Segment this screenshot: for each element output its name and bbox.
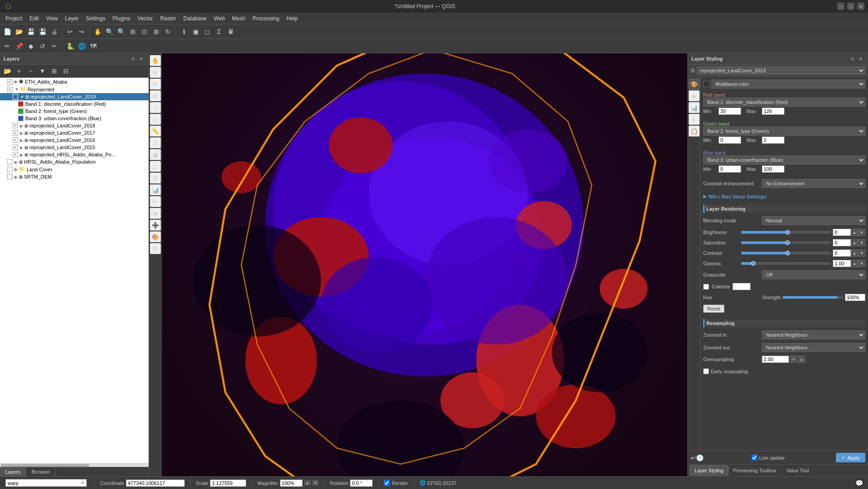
layer-item-lc2017[interactable]: ▶ ⊞ reprojected_LandCover_2017 [0,129,149,136]
vertex-button[interactable]: ◆ [25,41,36,52]
open-layer-button[interactable]: 📂 [2,66,13,76]
add-layer-button[interactable]: + [14,66,24,76]
open-project-button[interactable]: 📂 [14,26,24,37]
menu-mesh[interactable]: Mesh [229,14,249,23]
rotation-input[interactable] [350,480,373,487]
magnifier-input[interactable] [280,480,303,487]
plugin2-button[interactable]: 🗺 [88,41,99,52]
menu-plugins[interactable]: Plugins [109,14,134,23]
styling-metadata-icon[interactable]: 📋 [689,126,700,136]
log-messages-button[interactable]: 💬 [854,478,864,489]
blue-min-input[interactable]: 0 [719,165,741,173]
tab-layer-styling[interactable]: Layer Styling [690,465,728,475]
tab-processing-toolbox[interactable]: Processing Toolbox [728,465,781,475]
search-bar[interactable]: ✕ [5,479,87,487]
layer-item-hrsl-addis[interactable]: ▶ ⊞ HRSL_Addis_Ababa_Population [0,158,149,165]
zoom-selection-button[interactable]: ⊠ [151,26,162,37]
attribute-table-icon[interactable]: ☰ [150,173,161,183]
layer-item-lc2016[interactable]: ▶ ⊞ reprojected_LandCover_2016 [0,136,149,144]
blue-max-input[interactable]: 100 [762,165,784,173]
red-max-input[interactable]: 126 [762,108,784,115]
snap-button[interactable]: 📌 [14,41,24,52]
magnifier-down[interactable]: ▼ [313,480,319,485]
save-project-button[interactable]: 💾 [25,26,36,37]
red-min-input[interactable]: 20 [719,108,741,115]
brightness-slider-track[interactable] [741,231,831,234]
layer-item-lc2019[interactable]: ▼ ⊞ reprojected_LandCover_2019 [0,93,149,100]
apply-button[interactable]: ✓ Apply [836,453,865,462]
measure-icon[interactable]: 📏 [150,126,161,136]
contrast-slider-input[interactable]: 0 [833,249,851,257]
magnifier-up[interactable]: ▲ [304,480,311,485]
coordinate-input[interactable] [126,480,185,487]
menu-raster[interactable]: Raster [157,14,180,23]
layer-visibility-lc2015[interactable] [13,145,18,150]
contrast-slider[interactable] [741,252,831,254]
minmax-settings-row[interactable]: ▶ Min / Max Value Settings [703,193,865,199]
add-feature-icon[interactable]: ➕ [150,220,161,230]
contrast-select[interactable]: No Enhancement [762,179,865,188]
expand-all-button[interactable]: ⊞ [49,66,60,76]
menu-web[interactable]: Web [210,14,228,23]
tab-value-tool[interactable]: Value Tool [781,465,814,475]
brightness-up[interactable]: ▲ [851,229,858,236]
remove-layer-button[interactable]: − [25,66,36,76]
layers-list[interactable]: ▶ ⬟ ETH_Addis_Ababa ▼ 📁 Reprojected ▼ ⊞ … [0,78,149,463]
live-update-checkbox[interactable] [751,455,757,461]
rotate-button[interactable]: ↺ [37,41,48,52]
brightness-input[interactable]: 0 [833,229,851,236]
strength-input[interactable]: 100% [845,294,865,301]
history-style-button[interactable]: 🕐 [696,454,704,461]
field-calc-icon[interactable]: 📊 [150,184,161,195]
menu-database[interactable]: Database [180,14,210,23]
styling-render-icon[interactable]: 🎨 [689,79,700,89]
search-clear-icon[interactable]: ✕ [80,480,84,486]
crs-display[interactable]: 🌐 EPSG:20137 [420,480,457,486]
zoom-layer-button[interactable]: ⊡ [139,26,150,37]
layer-item-eth[interactable]: ▶ ⬟ ETH_Addis_Ababa [0,78,149,85]
zoomed-out-select[interactable]: Nearest Neighbour [762,343,865,352]
oversampling-input[interactable]: 2.00 [762,356,789,363]
saturation-down[interactable]: ▼ [858,239,865,246]
identify-button[interactable]: ℹ [178,26,189,37]
deselect-button[interactable]: ◻ [202,26,213,37]
styling-histogram-icon[interactable]: 📊 [689,102,700,113]
identify-icon[interactable]: ℹ [150,137,161,148]
save-as-button[interactable]: 💾 [37,26,48,37]
zoom-next-icon[interactable]: ▷ [150,114,161,125]
grayscale-select[interactable]: Off [762,270,865,279]
zoom-in-icon[interactable]: ⊕ [150,67,161,78]
search-input[interactable] [8,480,80,486]
split-button[interactable]: ✂ [49,41,60,52]
zoom-full-button[interactable]: ⊞ [127,26,138,37]
gamma-down[interactable]: ▼ [858,260,865,267]
layers-panel-close[interactable]: ✕ [138,55,145,62]
draw-layer-icon[interactable]: ◈ [150,208,161,219]
contrast-down[interactable]: ▼ [858,249,865,257]
zoom-extent-icon[interactable]: ⊞ [150,90,161,101]
plugin-layer-icon[interactable]: ⚙ [150,243,161,254]
zoom-in-button[interactable]: 🔍 [104,26,115,37]
undo-button[interactable]: ↩ [65,26,75,37]
layer-visibility-srtm[interactable] [7,174,13,179]
layer-visibility-lc2016[interactable] [13,137,18,143]
brightness-down[interactable]: ▼ [858,229,865,236]
menu-settings[interactable]: Settings [82,14,109,23]
gamma-slider[interactable] [741,262,831,265]
filter-layer-button[interactable]: ▼ [37,66,48,76]
layer-item-reprojected[interactable]: ▼ 📁 Reprojected [0,85,149,93]
map-area[interactable] [162,53,687,476]
minimize-button[interactable]: ─ [837,3,845,10]
feature-form-icon[interactable]: ✏ [150,196,161,207]
zoom-out-icon[interactable]: ⊖ [150,79,161,89]
plugin1-button[interactable]: 🌐 [76,41,87,52]
blending-select[interactable]: Normal [762,216,865,225]
menu-help[interactable]: Help [283,14,302,23]
layer-visibility-reprojected[interactable] [7,87,13,92]
style-icon[interactable]: 🎨 [150,231,161,242]
styling-transparent-icon[interactable]: ◈ [689,90,700,101]
tab-layers[interactable]: Layers [0,467,26,476]
refresh-button[interactable]: ↻ [163,26,173,37]
zoomed-in-select[interactable]: Nearest Neighbour [762,330,865,339]
green-max-input[interactable]: 2 [762,136,784,144]
